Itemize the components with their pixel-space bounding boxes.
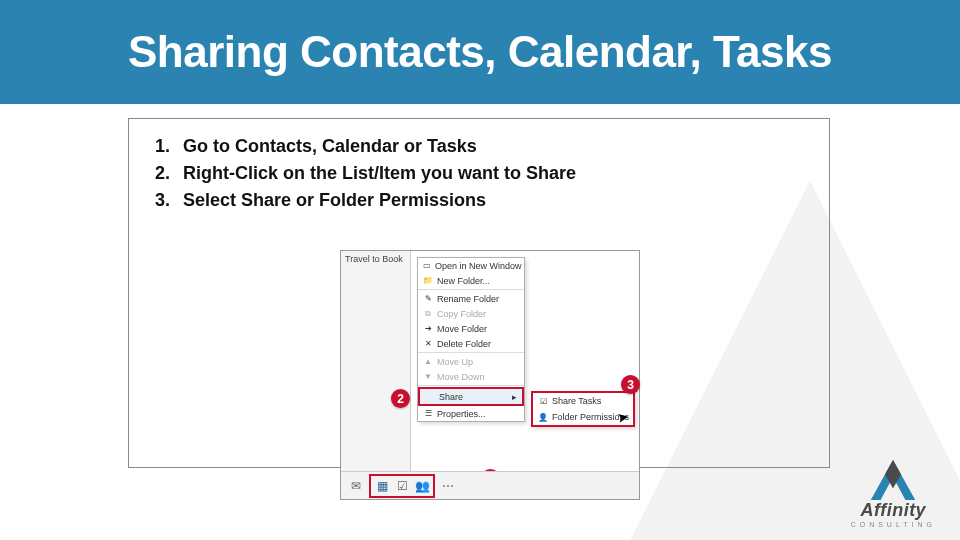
permissions-icon: 👤 xyxy=(538,412,548,422)
step-1: 1.Go to Contacts, Calendar or Tasks xyxy=(155,133,803,160)
menu-open-new-window[interactable]: ▭Open in New Window xyxy=(418,258,524,273)
slide-title: Sharing Contacts, Calendar, Tasks xyxy=(128,27,832,77)
logo-mark-icon xyxy=(870,460,916,500)
menu-share-highlight: Share▸ xyxy=(418,387,524,406)
menu-new-folder[interactable]: 📁New Folder... xyxy=(418,273,524,288)
steps-list: 1.Go to Contacts, Calendar or Tasks 2.Ri… xyxy=(155,133,803,214)
submenu-share-tasks[interactable]: ☑Share Tasks xyxy=(533,393,633,409)
window-icon: ▭ xyxy=(423,261,431,271)
logo-subtitle: CONSULTING xyxy=(851,521,936,528)
affinity-logo: Affinity CONSULTING xyxy=(851,460,936,528)
rename-icon: ✎ xyxy=(423,294,433,304)
menu-properties[interactable]: ☰Properties... xyxy=(418,406,524,421)
menu-separator xyxy=(418,385,524,386)
move-icon: ➔ xyxy=(423,324,433,334)
logo-name: Affinity xyxy=(860,500,926,521)
chevron-right-icon: ▸ xyxy=(512,392,517,402)
down-arrow-icon: ▼ xyxy=(423,372,433,382)
share-tasks-icon: ☑ xyxy=(538,396,548,406)
more-icon[interactable]: ⋯ xyxy=(439,477,457,495)
step-2: 2.Right-Click on the List/Item you want … xyxy=(155,160,803,187)
properties-icon: ☰ xyxy=(423,409,433,419)
menu-move-folder[interactable]: ➔Move Folder xyxy=(418,321,524,336)
menu-rename-folder[interactable]: ✎Rename Folder xyxy=(418,291,524,306)
tasks-icon[interactable]: ☑ xyxy=(393,477,411,495)
outlook-nav-footer: ✉ ▦ ☑ 👥 ⋯ xyxy=(341,471,639,499)
menu-move-up: ▲Move Up xyxy=(418,354,524,369)
outlook-screenshot: Travel to Book ▭Open in New Window 📁New … xyxy=(340,250,640,500)
cursor-icon: ➤ xyxy=(616,408,631,426)
calendar-icon[interactable]: ▦ xyxy=(373,477,391,495)
context-menu: ▭Open in New Window 📁New Folder... ✎Rena… xyxy=(417,257,525,422)
menu-move-down: ▼Move Down xyxy=(418,369,524,384)
menu-share[interactable]: Share▸ xyxy=(420,389,522,404)
menu-separator xyxy=(418,352,524,353)
menu-delete-folder[interactable]: ✕Delete Folder xyxy=(418,336,524,351)
folder-item[interactable]: Travel to Book xyxy=(341,251,410,267)
menu-separator xyxy=(418,289,524,290)
people-icon[interactable]: 👥 xyxy=(413,477,431,495)
mail-icon[interactable]: ✉ xyxy=(347,477,365,495)
copy-icon: ⧉ xyxy=(423,309,433,319)
callout-2: 2 xyxy=(391,389,410,408)
up-arrow-icon: ▲ xyxy=(423,357,433,367)
share-icon xyxy=(425,392,435,402)
delete-icon: ✕ xyxy=(423,339,433,349)
step-3: 3.Select Share or Folder Permissions xyxy=(155,187,803,214)
callout-3: 3 xyxy=(621,375,640,394)
folder-plus-icon: 📁 xyxy=(423,276,433,286)
title-bar: Sharing Contacts, Calendar, Tasks xyxy=(0,0,960,104)
menu-copy-folder: ⧉Copy Folder xyxy=(418,306,524,321)
nav-highlight: ▦ ☑ 👥 xyxy=(369,474,435,498)
nav-pane: Travel to Book xyxy=(341,251,411,499)
